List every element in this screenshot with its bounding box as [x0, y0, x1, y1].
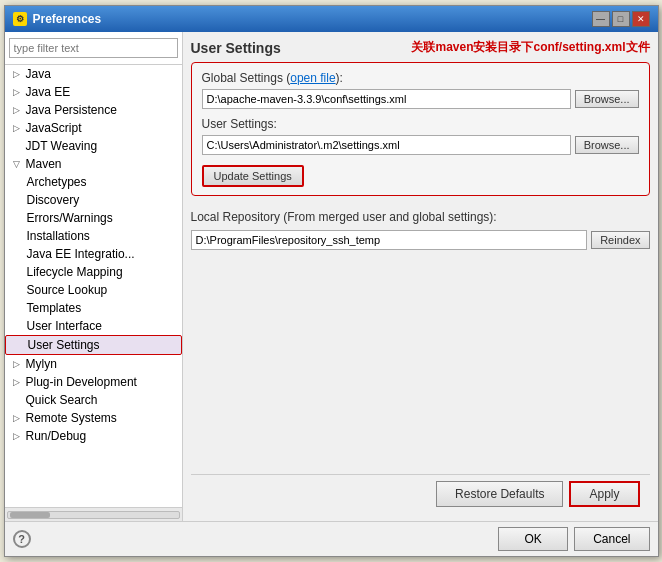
minimize-button[interactable]: —: [592, 11, 610, 27]
action-bar: Restore Defaults Apply: [191, 474, 650, 513]
sidebar-item-source-lookup[interactable]: Source Lookup: [5, 281, 182, 299]
global-settings-input[interactable]: [202, 89, 571, 109]
open-file-link[interactable]: open file: [290, 71, 335, 85]
sidebar-item-label: Java EE: [26, 85, 71, 99]
arrow-rd: ▷: [13, 431, 23, 441]
sidebar-item-run-debug[interactable]: ▷ Run/Debug: [5, 427, 182, 445]
local-repo-row: Reindex: [191, 230, 650, 250]
sidebar-item-label: User Settings: [28, 338, 100, 352]
sidebar-item-label: Java Persistence: [26, 103, 117, 117]
spacer: [191, 254, 650, 474]
main-panel: User Settings 关联maven安装目录下conf/setting.x…: [183, 32, 658, 521]
sidebar-item-javascript[interactable]: ▷ JavaScript: [5, 119, 182, 137]
settings-section-box: Global Settings (open file): Browse... U…: [191, 62, 650, 196]
sidebar-item-label: Lifecycle Mapping: [27, 265, 123, 279]
sidebar-item-javaee-integration[interactable]: Java EE Integratio...: [5, 245, 182, 263]
arrow-rs: ▷: [13, 413, 23, 423]
sidebar-item-label: Run/Debug: [26, 429, 87, 443]
local-repo-section: Local Repository (From merged user and g…: [191, 210, 650, 254]
sidebar-item-label: Remote Systems: [26, 411, 117, 425]
sidebar-item-java[interactable]: ▷ Java: [5, 65, 182, 83]
user-settings-label: User Settings:: [202, 117, 639, 131]
sidebar: ▷ Java ▷ Java EE ▷ Java Persistence ▷ Ja…: [5, 32, 183, 521]
window-icon: ⚙: [13, 12, 27, 26]
sidebar-item-remote-systems[interactable]: ▷ Remote Systems: [5, 409, 182, 427]
sidebar-item-mylyn[interactable]: ▷ Mylyn: [5, 355, 182, 373]
close-button[interactable]: ✕: [632, 11, 650, 27]
sidebar-item-label: Java: [26, 67, 51, 81]
arrow-mylyn: ▷: [13, 359, 23, 369]
sidebar-item-label: JDT Weaving: [26, 139, 98, 153]
sidebar-item-label: Templates: [27, 301, 82, 315]
panel-title: User Settings: [191, 40, 281, 56]
sidebar-item-user-settings[interactable]: User Settings: [5, 335, 182, 355]
sidebar-item-templates[interactable]: Templates: [5, 299, 182, 317]
panel-annotation: 关联maven安装目录下conf/setting.xml文件: [411, 40, 649, 56]
sidebar-item-javaee[interactable]: ▷ Java EE: [5, 83, 182, 101]
sidebar-item-label: Plug-in Development: [26, 375, 137, 389]
sidebar-item-label: Mylyn: [26, 357, 57, 371]
filter-box: [5, 32, 182, 65]
global-settings-row: Browse...: [202, 89, 639, 109]
maximize-button[interactable]: □: [612, 11, 630, 27]
sidebar-item-maven[interactable]: ▽ Maven: [5, 155, 182, 173]
global-settings-browse-button[interactable]: Browse...: [575, 90, 639, 108]
local-repo-input[interactable]: [191, 230, 588, 250]
help-icon[interactable]: ?: [13, 530, 31, 548]
arrow-jp: ▷: [13, 105, 23, 115]
update-settings-button[interactable]: Update Settings: [202, 165, 304, 187]
ok-button[interactable]: OK: [498, 527, 568, 551]
sidebar-item-archetypes[interactable]: Archetypes: [5, 173, 182, 191]
sidebar-item-quick-search[interactable]: Quick Search: [5, 391, 182, 409]
window-title: Preferences: [33, 12, 102, 26]
sidebar-item-label: Archetypes: [27, 175, 87, 189]
sidebar-item-user-interface[interactable]: User Interface: [5, 317, 182, 335]
sidebar-item-plugin-dev[interactable]: ▷ Plug-in Development: [5, 373, 182, 391]
arrow-qs: [13, 395, 23, 405]
sidebar-item-errors-warnings[interactable]: Errors/Warnings: [5, 209, 182, 227]
sidebar-scrollbar[interactable]: [5, 507, 182, 521]
footer-bar: ? OK Cancel: [5, 521, 658, 556]
sidebar-item-lifecycle-mapping[interactable]: Lifecycle Mapping: [5, 263, 182, 281]
scrollbar-thumb: [10, 512, 50, 518]
sidebar-item-label: Discovery: [27, 193, 80, 207]
content-area: ▷ Java ▷ Java EE ▷ Java Persistence ▷ Ja…: [5, 32, 658, 521]
arrow-maven: ▽: [13, 159, 23, 169]
restore-defaults-button[interactable]: Restore Defaults: [436, 481, 563, 507]
titlebar-controls: — □ ✕: [592, 11, 650, 27]
titlebar-title-group: ⚙ Preferences: [13, 12, 102, 26]
user-settings-browse-button[interactable]: Browse...: [575, 136, 639, 154]
filter-input[interactable]: [9, 38, 178, 58]
titlebar: ⚙ Preferences — □ ✕: [5, 6, 658, 32]
sidebar-item-java-persistence[interactable]: ▷ Java Persistence: [5, 101, 182, 119]
user-settings-input[interactable]: [202, 135, 571, 155]
panel-header: User Settings 关联maven安装目录下conf/setting.x…: [191, 40, 650, 56]
tree-area: ▷ Java ▷ Java EE ▷ Java Persistence ▷ Ja…: [5, 65, 182, 507]
right-panel-main: Global Settings (open file): Browse... U…: [191, 62, 650, 513]
sidebar-item-label: Maven: [26, 157, 62, 171]
sidebar-item-label: Source Lookup: [27, 283, 108, 297]
user-settings-row: Browse...: [202, 135, 639, 155]
apply-button[interactable]: Apply: [569, 481, 639, 507]
sidebar-item-label: Installations: [27, 229, 90, 243]
sidebar-item-label: Quick Search: [26, 393, 98, 407]
preferences-window: ⚙ Preferences — □ ✕ ▷ Java ▷: [4, 5, 659, 557]
arrow-jdt: [13, 141, 23, 151]
sidebar-item-label: Errors/Warnings: [27, 211, 113, 225]
sidebar-item-jdt-weaving[interactable]: JDT Weaving: [5, 137, 182, 155]
arrow-js: ▷: [13, 123, 23, 133]
cancel-button[interactable]: Cancel: [574, 527, 649, 551]
global-settings-label: Global Settings (open file):: [202, 71, 639, 85]
sidebar-item-label: JavaScript: [26, 121, 82, 135]
reindex-button[interactable]: Reindex: [591, 231, 649, 249]
sidebar-item-discovery[interactable]: Discovery: [5, 191, 182, 209]
sidebar-item-label: Java EE Integratio...: [27, 247, 135, 261]
scrollbar-track: [7, 511, 180, 519]
sidebar-item-installations[interactable]: Installations: [5, 227, 182, 245]
arrow-java: ▷: [13, 69, 23, 79]
arrow-javaee: ▷: [13, 87, 23, 97]
local-repo-label: Local Repository (From merged user and g…: [191, 210, 650, 224]
sidebar-item-label: User Interface: [27, 319, 102, 333]
arrow-plugin: ▷: [13, 377, 23, 387]
